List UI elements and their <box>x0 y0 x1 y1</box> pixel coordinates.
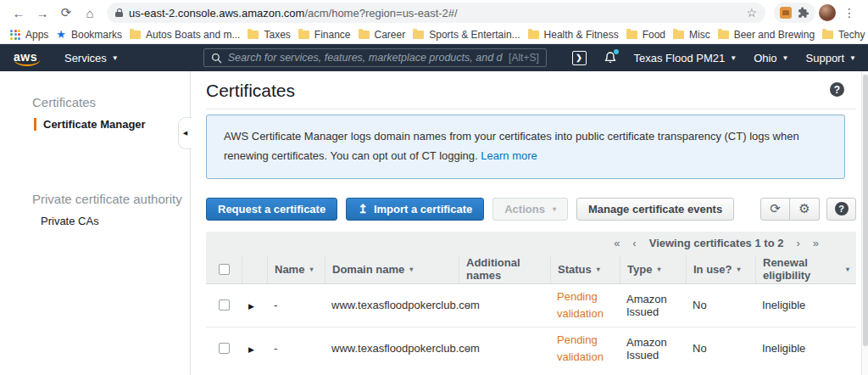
bookmark-folder[interactable]: Health & Fitness <box>528 29 619 41</box>
chevron-down-icon: ▼ <box>849 54 856 62</box>
sidebar-collapse-toggle[interactable]: ◀ <box>178 117 192 149</box>
search-placeholder: Search for services, features, marketpla… <box>228 52 503 64</box>
page-help-icon[interactable]: ? <box>830 82 844 97</box>
bookmarks-shortcut[interactable]: ★ Bookmarks <box>56 28 122 41</box>
cell-status: Pending validation <box>550 284 620 327</box>
cell-name: - <box>267 338 325 359</box>
page-scrollbar[interactable] <box>861 71 868 375</box>
refresh-button[interactable]: ⟳ <box>760 198 790 221</box>
folder-icon <box>130 31 141 39</box>
extensions-pill <box>774 3 815 23</box>
page-prev-icon[interactable]: ‹ <box>632 237 636 249</box>
table-row[interactable]: ▶ - www.texasfloodpokerclub.com - Pendin… <box>206 327 856 370</box>
select-all-checkbox[interactable] <box>219 264 230 275</box>
column-header-status[interactable]: Status▾ <box>550 255 620 283</box>
ct-logging-info-banner: AWS Certificate Manager logs domain name… <box>206 115 845 179</box>
cloudshell-icon[interactable]: ❯ <box>572 51 587 65</box>
page-next-icon[interactable]: › <box>796 237 799 249</box>
address-bar[interactable]: us-east-2.console.aws.amazon.com/acm/hom… <box>107 3 765 23</box>
certificates-table: « ‹ Viewing certificates 1 to 2 › » Name… <box>206 232 856 375</box>
region-menu[interactable]: Ohio ▼ <box>754 52 788 64</box>
column-header-in-use[interactable]: In use?▾ <box>686 255 755 283</box>
expand-row-icon[interactable]: ▶ <box>248 345 254 354</box>
folder-icon <box>298 31 309 39</box>
services-menu[interactable]: Services ▼ <box>64 52 119 64</box>
folder-icon <box>626 31 637 39</box>
bookmark-folder[interactable]: Misc <box>673 29 710 41</box>
reload-icon[interactable]: ⟳ <box>56 3 76 23</box>
cell-renewal-eligibility: Ineligible <box>755 338 856 359</box>
cell-type: Amazon Issued <box>620 288 686 322</box>
url-text[interactable]: us-east-2.console.aws.amazon.com/acm/hom… <box>129 7 458 20</box>
sort-icon: ▾ <box>309 266 313 273</box>
cell-in-use: No <box>686 338 755 359</box>
bookmark-folder[interactable]: Sports & Entertain... <box>413 29 520 41</box>
star-icon: ★ <box>56 28 66 41</box>
chevron-down-icon: ▼ <box>112 54 119 62</box>
toolbar: Request a certificate ↥ Import a certifi… <box>206 198 856 221</box>
bookmark-star-icon[interactable]: ☆ <box>746 6 757 20</box>
chevron-down-icon: ▾ <box>553 205 556 213</box>
page-first-icon[interactable]: « <box>614 237 620 249</box>
settings-gear-button[interactable]: ⚙ <box>790 198 820 221</box>
learn-more-link[interactable]: Learn more <box>481 149 537 162</box>
actions-button: Actions ▾ <box>492 198 568 221</box>
folder-icon <box>413 31 424 39</box>
chevron-down-icon: ▼ <box>782 54 789 62</box>
cell-domain: www.texasfloodpokerclub.com <box>325 338 459 359</box>
table-header-row: Name▾ Domain name▾ Additional names Stat… <box>206 255 856 284</box>
aws-search-input[interactable]: Search for services, features, marketpla… <box>203 48 547 67</box>
apps-shortcut[interactable]: Apps <box>10 29 48 41</box>
notifications-bell-icon[interactable] <box>604 51 617 64</box>
folder-icon <box>673 31 684 39</box>
forward-icon[interactable]: → <box>32 3 53 23</box>
column-header-renewal-eligibility[interactable]: Renewal eligibility▾ <box>755 255 856 283</box>
back-icon[interactable]: ← <box>8 3 29 23</box>
puzzle-icon[interactable] <box>798 7 810 19</box>
column-header-name[interactable]: Name▾ <box>267 255 325 283</box>
bookmark-folder[interactable]: Food <box>626 29 665 41</box>
scrollbar-thumb[interactable] <box>863 75 868 346</box>
expand-row-icon[interactable]: ▶ <box>248 302 254 311</box>
help-icon: ? <box>835 202 849 215</box>
bookmark-folder[interactable]: Finance <box>298 29 351 41</box>
folder-icon <box>528 31 539 39</box>
bookmark-folder[interactable]: Beer and Brewing <box>718 29 815 41</box>
notification-dot <box>614 49 619 54</box>
import-certificate-button[interactable]: ↥ Import a certificate <box>346 198 484 221</box>
support-menu[interactable]: Support ▼ <box>806 52 856 64</box>
column-header-type[interactable]: Type▾ <box>620 255 686 283</box>
manage-certificate-events-button[interactable]: Manage certificate events <box>576 198 734 221</box>
aws-logo[interactable]: aws <box>12 50 41 66</box>
folder-icon <box>248 31 259 39</box>
main-content: Certificates ? AWS Certificate Manager l… <box>206 71 856 375</box>
home-icon[interactable]: ⌂ <box>80 3 100 23</box>
sort-icon: ▾ <box>657 266 660 273</box>
page-last-icon[interactable]: » <box>813 237 819 249</box>
sidebar-item-private-cas[interactable]: Private CAs <box>34 215 190 227</box>
sort-icon: ▾ <box>597 266 600 273</box>
column-header-domain-name[interactable]: Domain name▾ <box>325 255 459 283</box>
pagination-bottom: « ‹ Viewing certificates 1 to 2 › » <box>206 370 856 375</box>
lock-icon[interactable] <box>115 8 123 17</box>
bookmarks-label: Bookmarks <box>71 29 122 41</box>
chevron-down-icon: ▼ <box>730 54 737 62</box>
row-checkbox[interactable] <box>219 299 230 311</box>
profile-avatar[interactable] <box>819 4 836 21</box>
bookmark-folder[interactable]: Career <box>359 29 406 41</box>
bookmark-folder[interactable]: Taxes <box>248 29 290 41</box>
sidebar-heading-certificates: Certificates <box>32 95 190 109</box>
sidebar-item-certificate-manager[interactable]: Certificate Manager <box>34 118 190 131</box>
cell-status: Pending validation <box>550 327 620 370</box>
table-row[interactable]: ▶ - www.texasfloodpokerclub.com - Pendin… <box>206 284 856 327</box>
bookmark-folder[interactable]: Autos Boats and m... <box>130 29 240 41</box>
browser-menu-icon[interactable]: ⋮ <box>839 3 860 23</box>
pagination-top: « ‹ Viewing certificates 1 to 2 › » <box>206 232 856 255</box>
table-help-button[interactable]: ? <box>826 198 856 221</box>
browser-toolbar: ← → ⟳ ⌂ us-east-2.console.aws.amazon.com… <box>0 0 868 25</box>
bookmark-folder[interactable]: Techy Stuff <box>822 29 868 41</box>
request-certificate-button[interactable]: Request a certificate <box>206 198 337 221</box>
extension-icon[interactable] <box>780 7 792 19</box>
row-checkbox[interactable] <box>219 343 230 354</box>
account-menu[interactable]: Texas Flood PM21 ▼ <box>634 52 737 64</box>
